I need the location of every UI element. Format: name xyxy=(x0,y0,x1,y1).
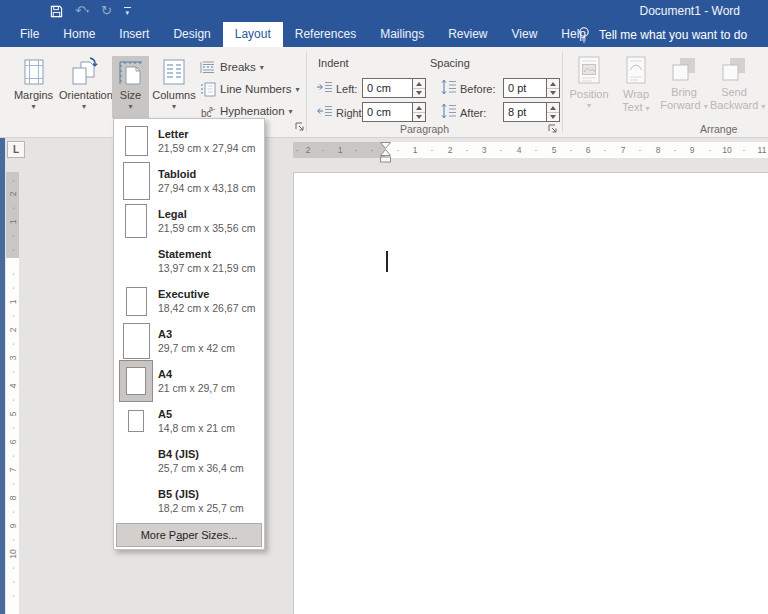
paper-size-item[interactable]: B4 (JIS) 25,7 cm x 36,4 cm xyxy=(114,441,264,481)
paper-size-name: A4 xyxy=(158,367,264,381)
indent-right-label: Right: xyxy=(336,107,365,119)
paper-size-dims: 21,59 cm x 35,56 cm xyxy=(158,221,264,235)
size-button[interactable]: Size ▾ xyxy=(112,56,149,118)
tab-file[interactable]: File xyxy=(8,22,51,47)
columns-button[interactable]: Columns ▾ xyxy=(151,56,197,118)
breaks-button[interactable]: Breaks ▾ xyxy=(200,58,264,76)
tab-selector-button[interactable]: L xyxy=(7,141,25,158)
spacing-section-label: Spacing xyxy=(430,57,470,69)
paragraph-group-label: Paragraph xyxy=(400,123,449,135)
wrap-text-button: Wrap Text ▾ xyxy=(614,56,658,118)
size-icon xyxy=(116,57,146,87)
line-numbers-button[interactable]: Line Numbers ▾ xyxy=(200,80,300,98)
paper-icon-cell xyxy=(114,287,158,316)
indent-left-stepper[interactable] xyxy=(413,78,426,98)
chevron-down-icon: ▾ xyxy=(646,104,650,113)
redo-icon[interactable]: ↻ xyxy=(101,2,112,20)
more-paper-sizes-item[interactable]: More Paper Sizes... xyxy=(116,523,262,547)
tab-design[interactable]: Design xyxy=(161,22,222,47)
columns-label: Columns xyxy=(151,89,197,101)
group-divider xyxy=(562,52,563,132)
spacing-before-label: Before: xyxy=(460,83,495,95)
lightbulb-icon xyxy=(578,26,590,43)
spacing-after-label: After: xyxy=(460,107,486,119)
paper-size-dims: 13,97 cm x 21,59 cm xyxy=(158,261,264,275)
paper-icon xyxy=(123,323,150,359)
page-setup-dialog-launcher[interactable] xyxy=(295,118,306,129)
paper-size-item[interactable]: Legal 21,59 cm x 35,56 cm xyxy=(114,201,264,241)
paper-size-item[interactable]: A5 14,8 cm x 21 cm xyxy=(114,401,264,441)
paper-size-item[interactable]: A3 29,7 cm x 42 cm xyxy=(114,321,264,361)
paper-icon-cell xyxy=(114,204,158,238)
arrange-group-label: Arrange xyxy=(700,123,737,135)
paper-icon xyxy=(126,287,147,316)
paper-size-name: A3 xyxy=(158,327,264,341)
paper-icon-cell xyxy=(114,410,158,432)
tab-references[interactable]: References xyxy=(283,22,368,47)
indent-left-icon xyxy=(316,81,333,94)
tab-label: View xyxy=(512,27,538,41)
tab-label: Review xyxy=(448,27,487,41)
tell-me-box[interactable]: Tell me what you want to do xyxy=(578,22,747,47)
indent-right-stepper[interactable] xyxy=(413,102,426,122)
tab-mailings[interactable]: Mailings xyxy=(368,22,436,47)
text-cursor xyxy=(386,251,388,272)
orientation-label: Orientation xyxy=(59,89,109,101)
send-backward-button: Send Backward ▾ xyxy=(710,56,758,118)
chevron-down-icon: ▾ xyxy=(151,103,197,111)
tab-view[interactable]: View xyxy=(500,22,550,47)
paragraph-dialog-launcher[interactable] xyxy=(548,120,559,131)
paper-size-name: B4 (JIS) xyxy=(158,447,264,461)
paper-icon-cell xyxy=(114,323,158,359)
paper-size-item[interactable]: Letter 21,59 cm x 27,94 cm xyxy=(114,121,264,161)
chevron-down-icon: ▾ xyxy=(10,103,57,111)
document-title: Document1 - Word xyxy=(640,0,740,22)
line-numbers-icon xyxy=(200,82,216,97)
wrap-text-icon xyxy=(625,56,647,84)
paper-size-item[interactable]: A4 21 cm x 29,7 cm xyxy=(114,361,264,401)
spacing-after-input[interactable] xyxy=(503,102,547,122)
indent-right-icon xyxy=(316,105,333,118)
position-button: Position ▾ xyxy=(566,56,612,118)
paper-size-dims: 18,2 cm x 25,7 cm xyxy=(158,501,264,515)
spacing-after-icon xyxy=(441,103,457,119)
paper-size-item[interactable]: B5 (JIS) 18,2 cm x 25,7 cm xyxy=(114,481,264,521)
spacing-after-stepper[interactable] xyxy=(547,102,560,122)
tab-label: File xyxy=(20,27,39,41)
title-bar: ↶▾ ↻ ▾ Document1 - Word xyxy=(0,0,768,22)
paper-size-item[interactable]: Statement 13,97 cm x 21,59 cm xyxy=(114,241,264,281)
vertical-ruler xyxy=(6,258,19,614)
position-label: Position xyxy=(566,88,612,101)
indent-left-input[interactable] xyxy=(362,78,413,98)
customize-quick-access-icon[interactable]: ▾ xyxy=(124,2,131,20)
paper-size-item[interactable]: Tabloid 27,94 cm x 43,18 cm xyxy=(114,161,264,201)
tab-label: Home xyxy=(63,27,95,41)
window-edge-strip xyxy=(0,138,5,614)
chevron-down-icon: ▾ xyxy=(260,63,264,72)
orientation-button[interactable]: Orientation ▾ xyxy=(59,56,109,118)
word-window: ↶▾ ↻ ▾ Document1 - Word FileHomeInsertDe… xyxy=(0,0,768,614)
tab-home[interactable]: Home xyxy=(51,22,107,47)
tab-review[interactable]: Review xyxy=(436,22,499,47)
save-icon[interactable] xyxy=(50,2,63,20)
indent-right-input[interactable] xyxy=(362,102,413,122)
send-backward-label-2: Backward xyxy=(710,99,758,111)
paper-size-dims: 14,8 cm x 21 cm xyxy=(158,421,264,435)
paper-size-item[interactable]: Executive 18,42 cm x 26,67 cm xyxy=(114,281,264,321)
document-page[interactable] xyxy=(293,172,768,614)
spacing-before-stepper[interactable] xyxy=(547,78,560,98)
paper-size-dims: 21,59 cm x 27,94 cm xyxy=(158,141,264,155)
paper-size-dims: 25,7 cm x 36,4 cm xyxy=(158,461,264,475)
tab-insert[interactable]: Insert xyxy=(107,22,161,47)
spacing-before-input[interactable] xyxy=(503,78,547,98)
tab-label: Design xyxy=(173,27,210,41)
paper-icon xyxy=(125,126,148,156)
bring-forward-label-1: Bring xyxy=(671,86,697,98)
paper-size-name: Statement xyxy=(158,247,264,261)
paper-icon xyxy=(123,162,150,200)
tab-layout[interactable]: Layout xyxy=(223,22,283,47)
margins-button[interactable]: Margins ▾ xyxy=(10,56,57,118)
indent-marker[interactable] xyxy=(379,141,392,168)
undo-icon[interactable]: ↶▾ xyxy=(75,2,89,20)
paper-size-name: Legal xyxy=(158,207,264,221)
